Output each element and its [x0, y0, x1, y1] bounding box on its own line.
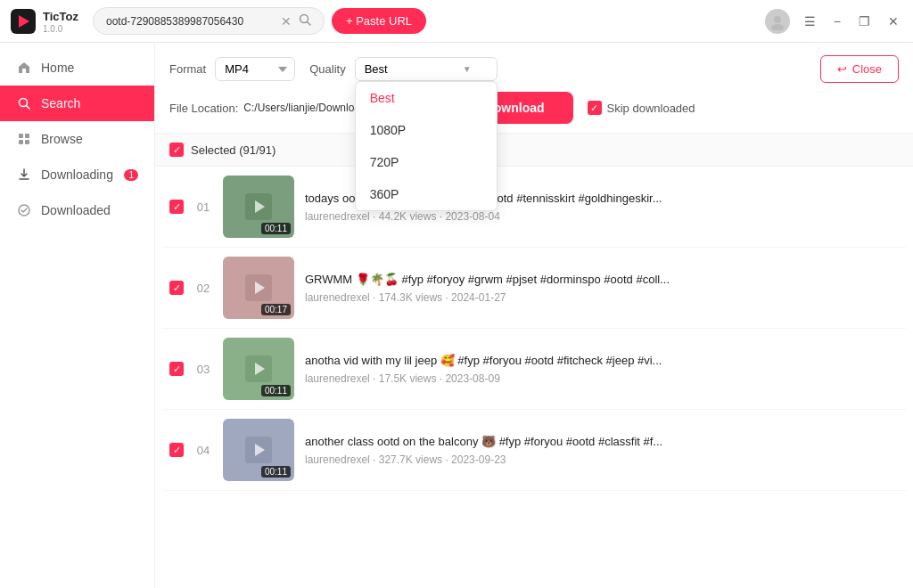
sidebar-item-downloaded[interactable]: Downloaded: [0, 192, 154, 228]
svg-point-4: [771, 24, 784, 30]
home-icon: [16, 60, 32, 76]
video-meta: laurenedrexel · 17.5K views · 2023-08-09: [305, 372, 899, 385]
format-label: Format: [169, 62, 206, 76]
svg-line-6: [27, 106, 30, 110]
toolbar-row1: Format MP4 MP3 AVI Quality Best 1080P 72…: [169, 55, 899, 83]
video-duration: 00:11: [261, 223, 291, 234]
menu-button[interactable]: ☰: [801, 11, 819, 32]
downloaded-icon: [16, 202, 32, 218]
sidebar-item-search[interactable]: Search: [0, 86, 154, 121]
quality-select-container: Best 1080P 720P 360P Best ▼ Best 1080P 7…: [355, 57, 498, 81]
quality-option-360p[interactable]: 360P: [356, 178, 497, 210]
downloading-badge: 1: [124, 169, 138, 181]
video-thumbnail: 00:11: [223, 176, 294, 238]
video-number: 04: [194, 444, 212, 457]
quality-group: Quality Best 1080P 720P 360P Best ▼ Best…: [309, 57, 497, 81]
search-icon: [16, 95, 32, 111]
downloading-icon: [16, 167, 32, 183]
quality-label: Quality: [309, 62, 345, 76]
svg-point-3: [774, 16, 781, 23]
paste-url-button[interactable]: + Paste URL: [332, 8, 426, 34]
avatar[interactable]: [765, 9, 790, 34]
format-select[interactable]: MP4 MP3 AVI: [215, 57, 295, 81]
video-number: 03: [194, 363, 212, 376]
video-info: another class ootd on the balcony 🐻 #fyp…: [305, 434, 899, 466]
main-content: Format MP4 MP3 AVI Quality Best 1080P 72…: [155, 43, 913, 588]
quality-dropdown: Best 1080P 720P 360P: [355, 81, 498, 211]
sidebar-item-label: Home: [41, 61, 74, 75]
sidebar-item-label: Downloaded: [41, 203, 111, 217]
file-location-label: File Location:: [169, 102, 238, 115]
svg-rect-9: [19, 140, 23, 144]
list-item: 04 00:11 another class ootd on the balco…: [162, 410, 906, 491]
close-label: Close: [852, 62, 882, 76]
app-logo: [11, 9, 36, 34]
svg-rect-10: [25, 140, 29, 144]
close-icon: ↩: [837, 62, 847, 76]
minimize-button[interactable]: −: [830, 11, 844, 32]
sidebar-item-home[interactable]: Home: [0, 50, 154, 86]
svg-line-2: [307, 22, 310, 26]
video-duration: 00:11: [261, 385, 291, 396]
list-item: 03 00:11 anotha vid with my lil jeep 🥰 #…: [162, 329, 906, 410]
list-item: 02 00:17 GRWMM 🌹🌴🍒 #fyp #foryoy #grwm #p…: [162, 248, 906, 329]
video-number: 01: [194, 200, 212, 214]
svg-marker-0: [19, 15, 29, 28]
skip-downloaded-toggle[interactable]: Skip downloaded: [588, 101, 695, 115]
url-clear-icon[interactable]: ✕: [281, 14, 292, 29]
video-title: anotha vid with my lil jeep 🥰 #fyp #fory…: [305, 353, 899, 369]
select-all-checkbox[interactable]: [169, 143, 184, 157]
list-item: 01 00:11 todays ootd 😊 #fyp #foryou #jee…: [162, 167, 906, 248]
video-duration: 00:11: [261, 466, 291, 478]
titlebar-center: ootd-7290885389987056430 ✕ + Paste URL: [93, 7, 751, 35]
quality-option-best[interactable]: Best: [356, 82, 497, 114]
video-meta: laurenedrexel · 327.7K views · 2023-09-2…: [305, 453, 899, 466]
video-title: GRWMM 🌹🌴🍒 #fyp #foryoy #grwm #pjset #dor…: [305, 272, 899, 288]
close-window-button[interactable]: ✕: [884, 11, 902, 32]
sidebar: Home Search Browse Downloading 1 Downl: [0, 43, 155, 588]
app-name-block: TicToz 1.0.0: [43, 8, 78, 34]
video-list-header: Selected (91/91): [155, 134, 913, 167]
format-group: Format MP4 MP3 AVI: [169, 57, 295, 81]
app-info: TicToz 1.0.0: [11, 8, 78, 34]
quality-option-1080p[interactable]: 1080P: [356, 114, 497, 146]
quality-option-720p[interactable]: 720P: [356, 146, 497, 178]
sidebar-item-label: Search: [41, 96, 80, 110]
sidebar-item-label: Browse: [41, 132, 83, 146]
titlebar-right: ☰ − ❐ ✕: [765, 9, 902, 34]
browse-icon: [16, 131, 32, 147]
url-text: ootd-7290885389987056430: [106, 15, 274, 28]
video-checkbox[interactable]: [169, 362, 184, 376]
svg-rect-7: [19, 134, 23, 138]
video-number: 02: [194, 282, 212, 295]
titlebar: TicToz 1.0.0 ootd-7290885389987056430 ✕ …: [0, 0, 913, 43]
quality-display-btn[interactable]: Best ▼: [355, 57, 498, 81]
maximize-button[interactable]: ❐: [855, 11, 874, 32]
video-title: another class ootd on the balcony 🐻 #fyp…: [305, 434, 899, 450]
app-version: 1.0.0: [43, 24, 78, 34]
video-info: anotha vid with my lil jeep 🥰 #fyp #fory…: [305, 353, 899, 385]
video-duration: 00:17: [261, 304, 291, 315]
search-icon[interactable]: [299, 13, 311, 29]
app-name: TicToz: [43, 10, 78, 23]
close-button[interactable]: ↩ Close: [820, 55, 899, 83]
toolbar: Format MP4 MP3 AVI Quality Best 1080P 72…: [155, 43, 913, 134]
skip-downloaded-checkbox[interactable]: [588, 101, 602, 115]
video-list: 01 00:11 todays ootd 😊 #fyp #foryou #jee…: [155, 167, 913, 588]
video-checkbox[interactable]: [169, 200, 184, 214]
app-body: Home Search Browse Downloading 1 Downl: [0, 43, 913, 588]
skip-downloaded-label: Skip downloaded: [607, 102, 695, 115]
sidebar-item-browse[interactable]: Browse: [0, 121, 154, 157]
url-input-box[interactable]: ootd-7290885389987056430 ✕: [93, 7, 325, 35]
selected-count: Selected (91/91): [191, 143, 276, 157]
video-checkbox[interactable]: [169, 281, 184, 295]
video-thumbnail: 00:11: [223, 338, 294, 400]
toolbar-row2: File Location: C:/Users/lianjie/Download…: [169, 92, 899, 124]
sidebar-item-downloading[interactable]: Downloading 1: [0, 157, 154, 192]
video-meta: laurenedrexel · 174.3K views · 2024-01-2…: [305, 291, 899, 304]
video-checkbox[interactable]: [169, 443, 184, 457]
video-info: GRWMM 🌹🌴🍒 #fyp #foryoy #grwm #pjset #dor…: [305, 272, 899, 304]
video-meta: laurenedrexel · 44.2K views · 2023-08-04: [305, 210, 899, 223]
video-thumbnail: 00:11: [223, 419, 294, 481]
sidebar-item-label: Downloading: [41, 167, 113, 182]
